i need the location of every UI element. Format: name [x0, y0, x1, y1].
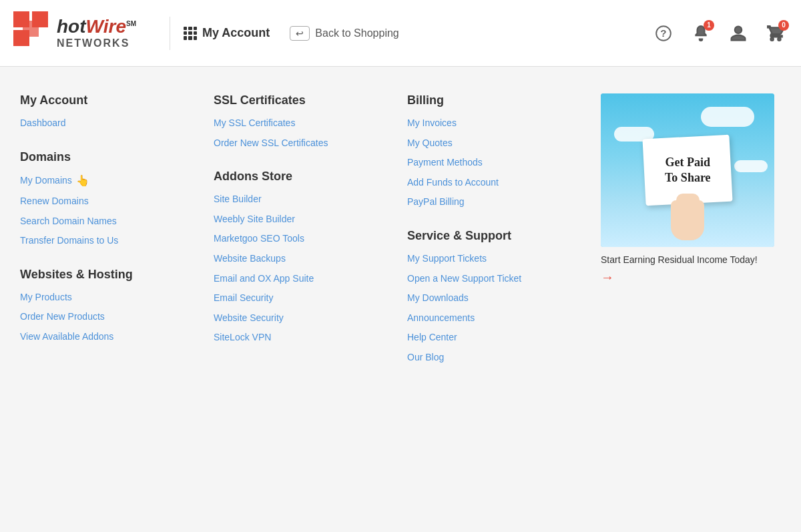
- site-builder-link[interactable]: Site Builder: [214, 193, 394, 206]
- logo: hotWireSM NETWORKS: [13, 11, 136, 55]
- cloud-3: [734, 160, 768, 172]
- notifications-button[interactable]: 1: [689, 21, 713, 45]
- support-title: Service & Support: [407, 229, 587, 243]
- paypal-billing-link[interactable]: PayPal Billing: [407, 196, 587, 209]
- website-security-link[interactable]: Website Security: [214, 312, 394, 325]
- renew-domains-link[interactable]: Renew Domains: [20, 195, 200, 208]
- order-new-products-link[interactable]: Order New Products: [20, 310, 200, 324]
- help-icon: ?: [655, 25, 672, 42]
- hand-illustration: [671, 200, 704, 240]
- main-content: My Account Dashboard Domains My Domains …: [7, 67, 794, 411]
- logo-wire: Wire: [86, 16, 126, 37]
- email-security-link[interactable]: Email Security: [214, 292, 394, 305]
- my-invoices-link[interactable]: My Invoices: [407, 117, 587, 130]
- marketgoo-link[interactable]: Marketgoo SEO Tools: [214, 232, 394, 246]
- billing-title: Billing: [407, 93, 587, 107]
- header-divider: [170, 17, 170, 50]
- websites-hosting-section: Websites & Hosting My Products Order New…: [20, 268, 200, 344]
- header-right: ? 1 0: [651, 21, 788, 45]
- my-quotes-link[interactable]: My Quotes: [407, 137, 587, 150]
- websites-hosting-title: Websites & Hosting: [20, 268, 200, 282]
- billing-section: Billing My Invoices My Quotes Payment Me…: [407, 93, 587, 209]
- help-center-link[interactable]: Help Center: [407, 331, 587, 344]
- promo-arrow-link[interactable]: →: [601, 270, 774, 285]
- announcements-link[interactable]: Announcements: [407, 312, 587, 325]
- view-available-addons-link[interactable]: View Available Addons: [20, 330, 200, 344]
- my-domains-link[interactable]: My Domains 👆: [20, 174, 200, 188]
- cart-badge: 0: [778, 20, 789, 31]
- my-account-button[interactable]: My Account: [184, 26, 270, 40]
- domains-title: Domains: [20, 150, 200, 164]
- promo-column: Get Paid To Share Start Earning Residual…: [601, 93, 774, 384]
- svg-text:?: ?: [660, 27, 666, 39]
- logo-icon: [13, 11, 50, 55]
- addons-title: Addons Store: [214, 170, 394, 184]
- user-account-button[interactable]: [726, 21, 750, 45]
- logo-hot: hot: [57, 16, 86, 37]
- open-support-ticket-link[interactable]: Open a New Support Ticket: [407, 272, 587, 286]
- ssl-section: SSL Certificates My SSL Certificates Ord…: [214, 93, 394, 150]
- addons-section: Addons Store Site Builder Weebly Site Bu…: [214, 170, 394, 344]
- payment-methods-link[interactable]: Payment Methods: [407, 156, 587, 170]
- ssl-title: SSL Certificates: [214, 93, 394, 107]
- sign-container: Get Paid To Share: [644, 137, 731, 240]
- logo-text: hotWireSM NETWORKS: [57, 17, 136, 49]
- column-2: SSL Certificates My SSL Certificates Ord…: [214, 93, 394, 384]
- grid-icon: [184, 27, 197, 40]
- domains-section: Domains My Domains 👆 Renew Domains Searc…: [20, 150, 200, 248]
- logo-networks: NETWORKS: [57, 37, 136, 49]
- main-header: hotWireSM NETWORKS My Account ↩ Back to …: [0, 0, 801, 67]
- my-account-title: My Account: [20, 93, 200, 107]
- my-support-tickets-link[interactable]: My Support Tickets: [407, 252, 587, 266]
- user-icon: [730, 25, 747, 42]
- sitelock-vpn-link[interactable]: SiteLock VPN: [214, 331, 394, 344]
- my-account-label: My Account: [202, 26, 270, 40]
- weebly-link[interactable]: Weebly Site Builder: [214, 213, 394, 226]
- dashboard-link[interactable]: Dashboard: [20, 117, 200, 130]
- my-account-section: My Account Dashboard: [20, 93, 200, 130]
- logo-sm: SM: [126, 20, 136, 27]
- my-downloads-link[interactable]: My Downloads: [407, 292, 587, 305]
- svg-rect-3: [23, 21, 39, 37]
- promo-image: Get Paid To Share: [601, 93, 774, 247]
- column-3: Billing My Invoices My Quotes Payment Me…: [407, 93, 587, 384]
- cursor-hand-icon: 👆: [76, 174, 89, 188]
- my-ssl-link[interactable]: My SSL Certificates: [214, 117, 394, 130]
- help-button[interactable]: ?: [651, 21, 676, 45]
- back-to-shopping-label: Back to Shopping: [315, 27, 398, 39]
- transfer-domains-link[interactable]: Transfer Domains to Us: [20, 234, 200, 248]
- website-backups-link[interactable]: Website Backups: [214, 252, 394, 266]
- cloud-1: [701, 107, 754, 127]
- promo-caption: Start Earning Residual Income Today!: [601, 254, 774, 267]
- add-funds-link[interactable]: Add Funds to Account: [407, 176, 587, 190]
- our-blog-link[interactable]: Our Blog: [407, 351, 587, 364]
- support-section: Service & Support My Support Tickets Ope…: [407, 229, 587, 364]
- back-arrow-icon: ↩: [290, 26, 310, 41]
- sign-text: Get Paid To Share: [665, 155, 711, 186]
- back-to-shopping-button[interactable]: ↩ Back to Shopping: [290, 26, 398, 41]
- promo-image-content: Get Paid To Share: [601, 93, 774, 247]
- email-ox-link[interactable]: Email and OX App Suite: [214, 272, 394, 286]
- cart-button[interactable]: 0: [764, 21, 788, 45]
- search-domain-names-link[interactable]: Search Domain Names: [20, 215, 200, 228]
- my-products-link[interactable]: My Products: [20, 291, 200, 304]
- column-1: My Account Dashboard Domains My Domains …: [20, 93, 200, 384]
- notifications-badge: 1: [704, 20, 714, 31]
- order-ssl-link[interactable]: Order New SSL Certificates: [214, 137, 394, 150]
